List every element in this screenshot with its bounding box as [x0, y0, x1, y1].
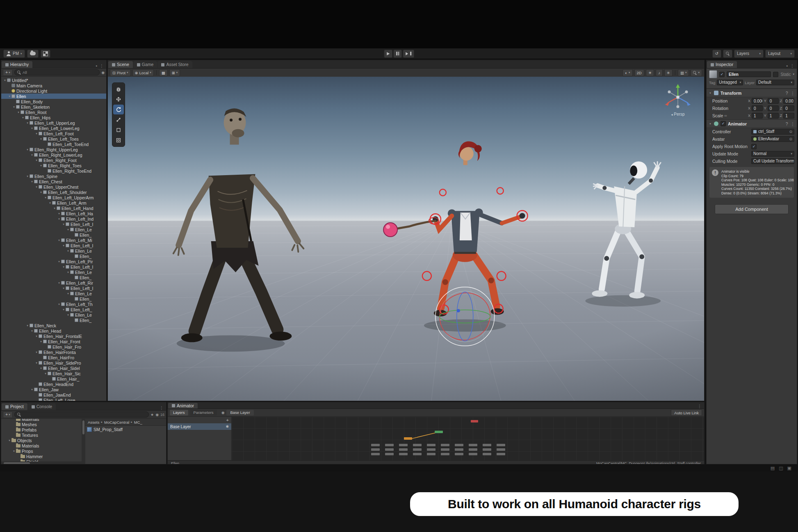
foldout-arrow[interactable]: ▾	[66, 292, 70, 295]
foldout-arrow[interactable]: ▾	[12, 105, 16, 109]
auto-live-link-button[interactable]: Auto Live Link	[671, 409, 702, 416]
hierarchy-item[interactable]: ▾Ellen_Head	[1, 328, 106, 333]
rotation-x-field[interactable]: 0	[752, 105, 763, 111]
layer-breadcrumb-chip[interactable]: Base Layer	[226, 410, 253, 416]
hierarchy-item[interactable]: ▾Ellen_Right_Foot	[1, 158, 106, 163]
foldout-arrow[interactable]: ▾	[39, 137, 43, 141]
position-y-field[interactable]: 0	[768, 98, 779, 104]
state-node[interactable]	[469, 453, 477, 455]
effects-toggle[interactable]: ✳	[664, 69, 673, 76]
object-name-field[interactable]: Ellen	[727, 71, 771, 77]
status-icon-2[interactable]: ◫	[779, 466, 783, 471]
link-scale-icon[interactable]: ∞	[724, 114, 727, 118]
menu-icon[interactable]: ⋮	[160, 406, 164, 410]
foldout-arrow[interactable]: ▾	[66, 228, 70, 231]
help-icon[interactable]: ?	[786, 91, 788, 96]
foldout-arrow[interactable]: ▾	[30, 329, 34, 333]
foldout-arrow[interactable]: ▾	[43, 372, 48, 375]
foldout-arrow[interactable]: ▾	[62, 223, 66, 226]
play-button[interactable]	[384, 50, 392, 58]
foldout-arrow[interactable]: ▾	[709, 91, 712, 95]
lighting-toggle[interactable]: ☀	[646, 69, 654, 76]
foldout-arrow[interactable]: ▾	[39, 191, 43, 194]
hierarchy-item[interactable]: ▾Ellen_Left_LowerLeg	[1, 126, 106, 131]
foldout-arrow[interactable]: ▾	[34, 159, 39, 162]
hierarchy-item[interactable]: ▾Ellen_Jaw	[1, 387, 106, 392]
hierarchy-item[interactable]: Ellen_	[1, 317, 106, 323]
hierarchy-item[interactable]: ▾Ellen_Le	[1, 248, 106, 253]
status-icon-3[interactable]: ▣	[787, 466, 791, 471]
hierarchy-item[interactable]: ▾Ellen_Root	[1, 110, 106, 115]
hierarchy-item[interactable]: ▾Ellen_Left_Rir	[1, 280, 106, 285]
hierarchy-item[interactable]: ▾Ellen_Neck	[1, 323, 106, 328]
hierarchy-item[interactable]: Ellen_Hair_Fro	[1, 344, 106, 349]
foldout-arrow[interactable]: ▾	[16, 111, 21, 114]
state-node[interactable]	[483, 448, 491, 451]
hierarchy-item[interactable]: Main Camera	[1, 83, 106, 88]
vertical-scrollbar[interactable]	[82, 419, 85, 464]
undo-history-button[interactable]: ↺	[712, 50, 721, 58]
step-button[interactable]	[403, 50, 414, 58]
state-node[interactable]	[413, 453, 422, 455]
root-motion-checkbox[interactable]: ✓	[751, 144, 757, 149]
avatar-field[interactable]: EllenAvatar ⊙	[751, 136, 794, 142]
foldout-arrow[interactable]: ▾	[30, 180, 34, 183]
hierarchy-item[interactable]: ▾Ellen_Left_I	[1, 221, 106, 227]
foldout-arrow[interactable]: ▾	[25, 121, 30, 125]
rect-tool-button[interactable]	[113, 125, 124, 135]
animator-enabled-checkbox[interactable]: ✓	[720, 121, 726, 126]
grid-snap-button[interactable]: ▦	[159, 69, 168, 76]
foldout-arrow[interactable]: ▾	[30, 388, 34, 391]
hierarchy-item[interactable]: ▾Ellen_Le	[1, 269, 106, 275]
create-asset-button[interactable]: +▾	[3, 411, 13, 418]
foldout-arrow[interactable]: ▾	[57, 260, 61, 263]
state-node[interactable]	[385, 444, 394, 446]
state-node[interactable]	[497, 448, 505, 451]
hierarchy-item[interactable]: ▾Ellen_Left_Pir	[1, 259, 106, 264]
orientation-gizmo[interactable]: ◂ Persp	[661, 82, 695, 121]
hierarchy-item[interactable]: ▾Ellen_Left_UpperLeg	[1, 120, 106, 126]
project-search-input[interactable]	[14, 411, 149, 418]
foldout-arrow[interactable]: ▾	[30, 127, 34, 130]
tab-asset-store[interactable]: Asset Store	[157, 61, 192, 68]
hierarchy-item[interactable]: ▾Untitled*	[1, 78, 106, 83]
state-node[interactable]	[455, 448, 463, 451]
gear-icon[interactable]: ✱	[226, 425, 229, 429]
foldout-arrow[interactable]: ▾	[30, 153, 34, 157]
foldout-arrow[interactable]: ▾	[34, 361, 39, 365]
scene-visibility-icon[interactable]: ◉	[101, 71, 105, 75]
tab-inspector[interactable]: Inspector	[707, 61, 737, 68]
foldout-arrow[interactable]: ▾	[7, 95, 11, 98]
foldout-arrow[interactable]: ▾	[3, 79, 7, 82]
static-checkbox[interactable]	[773, 72, 778, 77]
state-node[interactable]	[385, 448, 394, 451]
state-node[interactable]	[404, 437, 412, 440]
hierarchy-item[interactable]: ▾Ellen_Left_Shoulder	[1, 190, 106, 195]
hierarchy-item[interactable]: Ellen_	[1, 232, 106, 237]
animator-component-header[interactable]: ▾ ✓ Animator ?⋮	[707, 119, 797, 128]
state-node[interactable]	[455, 444, 463, 446]
hierarchy-item[interactable]: ▾Ellen_Left_Foot	[1, 131, 106, 136]
project-file-row[interactable]: SM_Prop_Staff	[87, 427, 164, 432]
state-node[interactable]	[441, 444, 449, 446]
state-node[interactable]	[497, 444, 505, 446]
state-node[interactable]	[371, 453, 380, 455]
hierarchy-item[interactable]: ▾Ellen_Le	[1, 312, 106, 317]
tab-game[interactable]: Game	[133, 61, 157, 68]
foldout-arrow[interactable]: ▾	[12, 450, 16, 453]
hierarchy-item[interactable]: ▾Ellen_Hair_SidePro	[1, 360, 106, 365]
scale-x-field[interactable]: 1	[752, 113, 763, 119]
foldout-arrow[interactable]: ▾	[57, 239, 61, 242]
hierarchy-item[interactable]: Ellen_Hair_	[1, 376, 106, 381]
hierarchy-item[interactable]: Directional Light	[1, 88, 106, 94]
foldout-arrow[interactable]: ▾	[57, 303, 61, 306]
status-icon-1[interactable]: ▤	[771, 466, 775, 471]
hierarchy-item[interactable]: ▾Ellen_Left_Ha	[1, 211, 106, 216]
state-node[interactable]	[399, 453, 408, 455]
foldout-arrow[interactable]: ▾	[62, 308, 66, 311]
rotation-z-field[interactable]: 0	[783, 105, 794, 111]
tab-animator[interactable]: Animator	[168, 403, 198, 409]
tab-console[interactable]: Console	[28, 403, 56, 410]
create-object-button[interactable]: +▾	[3, 69, 13, 76]
search-button[interactable]	[723, 50, 732, 58]
